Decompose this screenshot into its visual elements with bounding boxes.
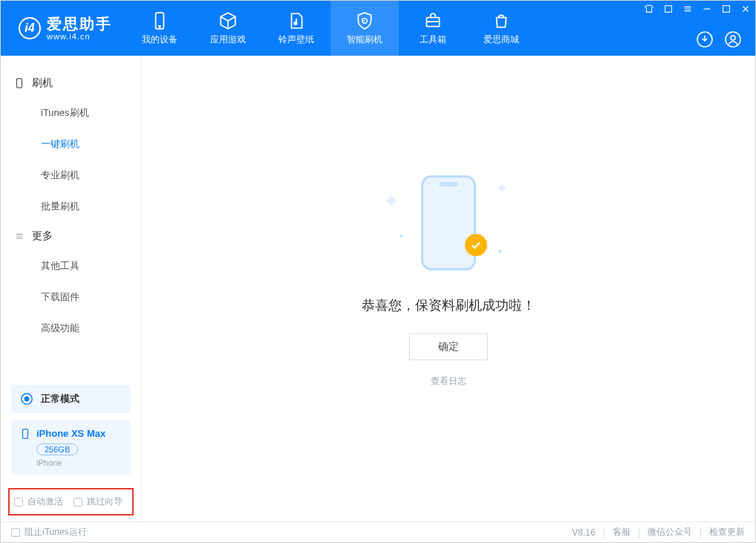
checkbox-block-itunes[interactable]: 阻止iTunes运行 <box>11 526 87 539</box>
sidebar-item-pro-flash[interactable]: 专业刷机 <box>1 160 141 191</box>
dot-icon <box>498 250 502 253</box>
device-card[interactable]: iPhone XS Max 256GB iPhone <box>11 420 131 475</box>
sidebar-item-batch-flash[interactable]: 批量刷机 <box>1 191 141 222</box>
brand-name: 爱思助手 <box>47 16 112 32</box>
view-log-link[interactable]: 查看日志 <box>431 375 466 388</box>
app-logo: i4 爱思助手 www.i4.cn <box>1 16 126 41</box>
shirt-icon[interactable] <box>644 4 654 14</box>
tab-ring-wallpaper[interactable]: 铃声壁纸 <box>262 1 330 56</box>
menu-icon[interactable] <box>682 4 693 14</box>
version-label: V8.16 <box>572 527 595 538</box>
sparkle-icon <box>498 183 506 192</box>
success-illustration <box>374 167 523 279</box>
highlighted-checkbox-row: 自动激活 跳过向导 <box>8 488 134 516</box>
tab-mall[interactable]: 爱思商城 <box>467 1 535 56</box>
phone-tiny-icon <box>20 429 30 439</box>
tab-smart-flash[interactable]: 智能刷机 <box>330 1 399 56</box>
download-circle-icon[interactable] <box>696 30 714 48</box>
check-update-link[interactable]: 检查更新 <box>709 526 745 539</box>
sidebar-item-download-firmware[interactable]: 下载固件 <box>1 282 141 313</box>
sidebar-item-oneclick-flash[interactable]: 一键刷机 <box>1 129 141 160</box>
tab-apps-games[interactable]: 应用游戏 <box>194 1 262 56</box>
logo-badge-icon: i4 <box>19 17 41 39</box>
svg-rect-4 <box>665 6 672 13</box>
device-icon <box>150 11 169 30</box>
tab-my-device[interactable]: 我的设备 <box>126 1 194 56</box>
success-message: 恭喜您，保资料刷机成功啦！ <box>362 296 535 314</box>
svg-point-11 <box>25 397 28 400</box>
box-small-icon[interactable] <box>663 4 674 14</box>
checkbox-auto-activate[interactable]: 自动激活 <box>14 495 63 508</box>
sparkle-icon <box>386 195 397 206</box>
minimize-button[interactable] <box>702 4 712 14</box>
dot-icon <box>400 234 403 238</box>
nav-tabs: 我的设备 应用游戏 铃声壁纸 智能刷机 工具箱 爱思商城 <box>126 1 535 56</box>
tab-toolbox[interactable]: 工具箱 <box>399 1 467 56</box>
brand-url: www.i4.cn <box>47 32 112 41</box>
sidebar: 刷机 iTunes刷机 一键刷机 专业刷机 批量刷机 更多 其他工具 下载固件 … <box>1 56 142 521</box>
music-file-icon <box>287 11 306 30</box>
more-lines-icon <box>14 231 25 241</box>
checkbox-skip-guide[interactable]: 跳过向导 <box>74 495 123 508</box>
wechat-link[interactable]: 微信公众号 <box>648 526 692 539</box>
header-toolbar: i4 爱思助手 www.i4.cn 我的设备 应用游戏 铃声壁纸 智能刷机 工具… <box>1 1 755 56</box>
bag-icon <box>492 11 511 30</box>
svg-rect-12 <box>23 429 28 438</box>
user-circle-icon[interactable] <box>724 30 742 48</box>
mode-icon <box>20 392 33 406</box>
checkbox-box-icon <box>74 498 82 507</box>
device-capacity: 256GB <box>36 443 78 455</box>
svg-point-2 <box>294 22 296 24</box>
device-name: iPhone XS Max <box>36 428 105 439</box>
checkbox-box-icon <box>14 498 23 507</box>
cube-icon <box>218 11 238 30</box>
svg-point-7 <box>726 32 740 47</box>
check-badge-icon <box>465 234 487 256</box>
sidebar-item-itunes-flash[interactable]: iTunes刷机 <box>1 97 141 129</box>
sidebar-heading-flash: 刷机 <box>1 69 141 97</box>
shield-refresh-icon <box>355 11 374 30</box>
status-bar: 阻止iTunes运行 V8.16 | 客服 | 微信公众号 | 检查更新 <box>1 521 755 542</box>
main-content: 恭喜您，保资料刷机成功啦！ 确定 查看日志 <box>142 56 755 521</box>
phone-illustration-icon <box>421 175 476 270</box>
support-link[interactable]: 客服 <box>613 526 630 539</box>
device-mode-label: 正常模式 <box>41 392 79 406</box>
maximize-button[interactable] <box>721 4 731 14</box>
window-controls <box>644 4 751 14</box>
svg-rect-5 <box>723 6 730 13</box>
svg-point-8 <box>731 36 735 40</box>
phone-small-icon <box>14 78 25 88</box>
ok-button[interactable]: 确定 <box>409 334 488 360</box>
sidebar-item-advanced[interactable]: 高级功能 <box>1 313 141 344</box>
svg-rect-9 <box>17 79 22 88</box>
toolbox-icon <box>423 11 443 30</box>
svg-point-1 <box>159 25 160 27</box>
sidebar-heading-more: 更多 <box>1 222 141 250</box>
device-type: iPhone <box>36 458 122 467</box>
sidebar-item-other-tools[interactable]: 其他工具 <box>1 250 141 282</box>
close-button[interactable] <box>740 4 751 14</box>
device-mode-card[interactable]: 正常模式 <box>11 385 131 413</box>
checkbox-box-icon <box>11 528 20 537</box>
